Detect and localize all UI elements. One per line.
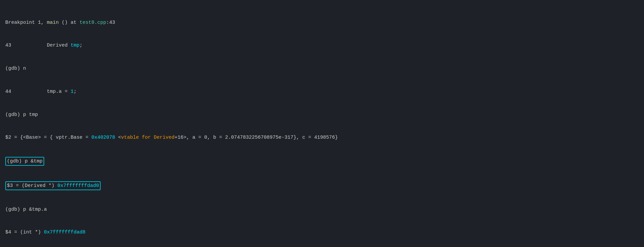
line-gdb-p-tmp: (gdb) p tmp xyxy=(5,111,639,119)
line-gdb-n: (gdb) n xyxy=(5,65,639,72)
line-44: 44 tmp.a = 1; xyxy=(5,88,639,95)
line-s2: $2 = {<Base> = { vptr.Base = 0x402078 <v… xyxy=(5,134,639,141)
line-gdb-p-amptmp-a: (gdb) p &tmp.a xyxy=(5,206,639,213)
line-43: 43 Derived tmp; xyxy=(5,42,639,49)
line-breakpoint: Breakpoint 1, main () at test8.cpp:43 xyxy=(5,19,639,26)
terminal-output: Breakpoint 1, main () at test8.cpp:43 43… xyxy=(5,3,639,247)
line-s4: $4 = (int *) 0x7fffffffdad8 xyxy=(5,229,639,236)
line-gdb-p-amptmp: (gdb) p &tmp xyxy=(5,157,639,166)
line-s3: $3 = (Derived *) 0x7fffffffdad0 xyxy=(5,181,639,190)
